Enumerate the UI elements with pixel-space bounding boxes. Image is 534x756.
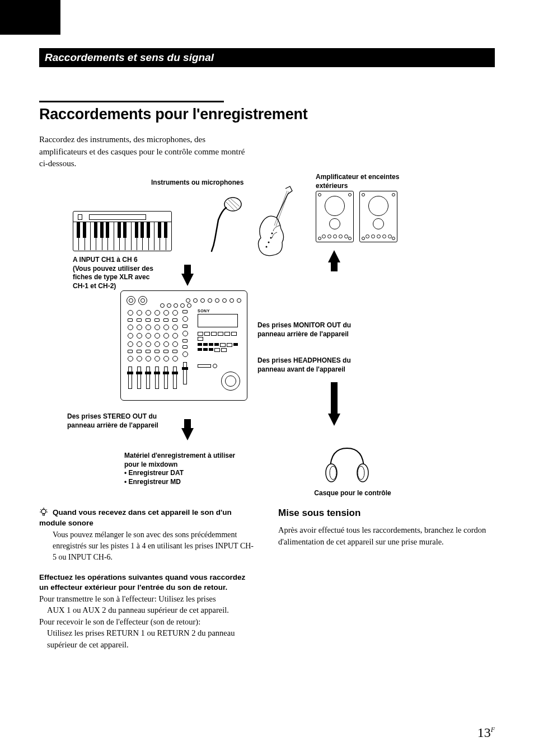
- effector-heading: Effectuez les opérations suivantes quand…: [39, 572, 256, 593]
- tip-body: Vous pouvez mélanger le son avec des son…: [53, 529, 256, 562]
- arrow-down-icon: [181, 428, 194, 440]
- label-monitor-out: Des prises MONITOR OUT du panneau arrièr…: [257, 321, 375, 339]
- arrow-up-icon: [328, 250, 340, 262]
- label-input-ch: A INPUT CH1 à CH 6 (Vous pouvez utiliser…: [73, 256, 162, 290]
- effector-line2a: Pour recevoir le son de l'effecteur (son…: [39, 616, 256, 628]
- svg-point-11: [41, 509, 46, 514]
- label-stereo-out: Des prises STEREO OUT du panneau arrière…: [67, 412, 174, 430]
- svg-point-3: [271, 233, 273, 234]
- speaker-right-icon: [359, 191, 397, 242]
- page-number: 13F: [477, 725, 495, 740]
- page-number-suffix: F: [491, 726, 495, 734]
- svg-line-1: [274, 191, 287, 226]
- svg-line-14: [40, 509, 41, 510]
- svg-point-6: [266, 246, 268, 248]
- tip-icon: [39, 508, 48, 518]
- microphone-icon: [202, 194, 246, 256]
- speaker-left-icon: [316, 191, 354, 242]
- tip-block: Quand vous recevez dans cet appareil le …: [39, 508, 256, 562]
- label-amp-speakers: Amplificateur et enceintes extérieurs: [316, 173, 422, 190]
- svg-line-15: [46, 509, 48, 510]
- svg-line-2: [276, 191, 289, 226]
- recording-eq-title: Matériel d'enregistrement à utiliser pou…: [124, 452, 235, 468]
- header-black-box: [0, 0, 60, 35]
- mixer-unit-icon: SONY: [120, 290, 247, 401]
- keyboard-icon: [73, 211, 172, 251]
- label-instruments: Instruments ou microphones: [151, 179, 243, 187]
- recording-eq-1: • Enregistreur DAT: [124, 469, 184, 477]
- tip-heading: Quand vous recevez dans cet appareil le …: [39, 508, 232, 527]
- connection-diagram: Instruments ou microphones Amplificateur…: [39, 179, 493, 503]
- page-title: Raccordements pour l'enregistrement: [39, 106, 495, 124]
- svg-point-7: [326, 464, 337, 482]
- power-heading: Mise sous tension: [278, 508, 495, 519]
- guitar-icon: [252, 186, 302, 259]
- recording-eq-2: • Enregistreur MD: [124, 478, 181, 486]
- power-body: Après avoir effectué tous les raccordeme…: [278, 524, 495, 547]
- label-headphones-caption: Casque pour le contrôle: [297, 489, 409, 498]
- arrow-down-icon: [181, 274, 194, 286]
- arrow-down-icon: [328, 414, 340, 426]
- svg-point-8: [357, 464, 368, 482]
- label-recording-eq: Matériel d'enregistrement à utiliser pou…: [124, 452, 236, 486]
- page-number-value: 13: [477, 725, 491, 740]
- svg-point-4: [270, 237, 272, 239]
- intro-paragraph: Raccordez des instruments, des microphon…: [39, 134, 252, 170]
- effector-line1a: Pour transmettre le son à l'effecteur: U…: [39, 593, 256, 605]
- svg-rect-12: [43, 514, 45, 515]
- effector-line1b: AUX 1 ou AUX 2 du panneau supérieur de c…: [39, 604, 256, 616]
- svg-point-5: [268, 242, 270, 243]
- headphones-icon: [319, 442, 375, 486]
- section-bar: Raccordements et sens du signal: [39, 48, 495, 67]
- label-headphones-out: Des prises HEADPHONES du panneau avant d…: [257, 356, 375, 374]
- effector-line2b: Utilisez les prises RETURN 1 ou RETURN 2…: [39, 627, 256, 650]
- heading-rule: [39, 101, 224, 102]
- brand-label: SONY: [198, 309, 242, 313]
